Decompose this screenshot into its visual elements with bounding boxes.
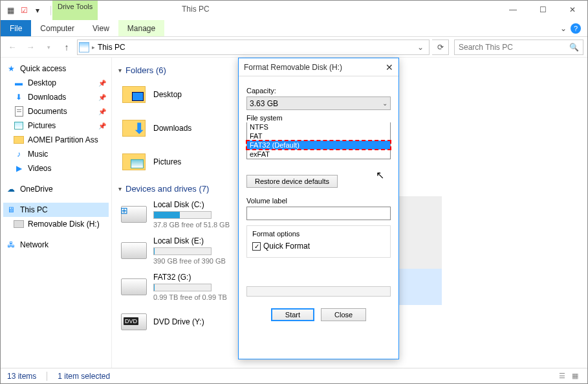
capacity-select[interactable]: 3.63 GB⌄ bbox=[246, 96, 391, 110]
status-bar: 13 items 1 item selected ☰▦ bbox=[1, 368, 587, 383]
tree-onedrive[interactable]: ☁OneDrive bbox=[3, 182, 109, 196]
capacity-bar bbox=[153, 211, 212, 219]
navigation-pane[interactable]: ★Quick access ▬Desktop📌 ⬇Downloads📌 Docu… bbox=[1, 58, 112, 381]
volume-label-input[interactable] bbox=[246, 207, 391, 220]
search-input[interactable] bbox=[459, 43, 579, 52]
cloud-icon: ☁ bbox=[6, 184, 16, 194]
chevron-down-icon: ⌄ bbox=[382, 100, 387, 107]
dialog-title: Format Removable Disk (H:) bbox=[244, 63, 342, 72]
details-view-icon[interactable]: ☰ bbox=[556, 370, 568, 381]
status-selection: 1 item selected bbox=[58, 372, 110, 381]
folder-icon bbox=[121, 115, 147, 141]
breadcrumb[interactable]: This PC bbox=[98, 43, 411, 52]
search-box[interactable]: 🔍 bbox=[454, 40, 583, 55]
pc-icon: 🖥 bbox=[6, 205, 16, 215]
view-switcher[interactable]: ☰▦ bbox=[556, 370, 581, 381]
drive-icon bbox=[14, 219, 24, 229]
drive-icon bbox=[121, 274, 147, 300]
option-fat[interactable]: FAT bbox=[247, 131, 390, 141]
drive-icon bbox=[121, 238, 147, 264]
format-dialog: Format Removable Disk (H:) ✕ Capacity: 3… bbox=[238, 58, 399, 359]
restore-defaults-button[interactable]: Restore device defaults bbox=[246, 175, 338, 188]
folder-icon bbox=[121, 82, 147, 107]
close-button[interactable]: Close bbox=[321, 308, 366, 321]
pin-icon: 📌 bbox=[98, 94, 106, 101]
volume-label-label: Volume label bbox=[246, 197, 391, 205]
tab-file[interactable]: File bbox=[1, 20, 31, 36]
capacity-bar bbox=[153, 247, 212, 255]
pin-icon: 📌 bbox=[98, 108, 106, 115]
video-icon: ▶ bbox=[14, 163, 24, 174]
ribbon-context-drive-tools: Drive Tools bbox=[52, 1, 98, 20]
quick-format-checkbox[interactable]: ✓Quick Format bbox=[252, 242, 385, 251]
tree-documents[interactable]: Documents📌 bbox=[3, 104, 109, 119]
star-icon: ★ bbox=[6, 63, 16, 74]
address-dropdown-icon[interactable]: ⌄ bbox=[413, 43, 428, 52]
tree-pictures[interactable]: Pictures📌 bbox=[3, 119, 109, 133]
up-button[interactable]: ↑ bbox=[59, 40, 74, 55]
tab-manage[interactable]: Manage bbox=[118, 20, 164, 36]
drive-icon: ⊞ bbox=[121, 201, 147, 227]
titlebar: ▦ ☑ ▾ │ Drive Tools This PC — ☐ ✕ bbox=[1, 1, 587, 20]
dialog-titlebar[interactable]: Format Removable Disk (H:) ✕ bbox=[239, 58, 398, 76]
start-button[interactable]: Start bbox=[271, 308, 314, 321]
minimize-button[interactable]: — bbox=[498, 1, 528, 19]
folder-icon bbox=[14, 135, 24, 145]
capacity-bar bbox=[153, 284, 212, 291]
tree-aomei[interactable]: AOMEI Partition Ass bbox=[3, 133, 109, 147]
tree-desktop[interactable]: ▬Desktop📌 bbox=[3, 76, 109, 90]
ribbon-expand-icon[interactable]: ⌄ bbox=[560, 24, 567, 33]
filesystem-dropdown[interactable]: NTFS FAT FAT32 (Default) exFAT bbox=[246, 122, 391, 159]
forward-button[interactable]: → bbox=[23, 40, 38, 55]
tree-network[interactable]: 🖧Network bbox=[3, 238, 109, 252]
folder-icon bbox=[121, 149, 147, 175]
checkbox-icon: ✓ bbox=[252, 242, 261, 251]
tab-computer[interactable]: Computer bbox=[31, 20, 83, 36]
ribbon: File Computer View Manage ⌄ ? bbox=[1, 20, 587, 37]
search-icon: 🔍 bbox=[569, 43, 579, 52]
breadcrumb-sep-icon[interactable]: ▸ bbox=[92, 44, 95, 51]
network-icon: 🖧 bbox=[6, 240, 16, 250]
tab-view[interactable]: View bbox=[83, 20, 118, 36]
recent-dropdown-icon[interactable]: ▾ bbox=[41, 40, 56, 55]
window-title: This PC bbox=[182, 5, 210, 14]
dialog-close-icon[interactable]: ✕ bbox=[386, 62, 393, 73]
dvd-icon bbox=[121, 309, 147, 335]
tree-music[interactable]: ♪Music bbox=[3, 147, 109, 161]
option-exfat[interactable]: exFAT bbox=[247, 150, 390, 159]
tree-this-pc[interactable]: 🖥This PC bbox=[3, 203, 109, 217]
tree-videos[interactable]: ▶Videos bbox=[3, 161, 109, 175]
tree-downloads[interactable]: ⬇Downloads📌 bbox=[3, 90, 109, 104]
picture-icon bbox=[14, 120, 24, 131]
format-options-group: Format options ✓Quick Format bbox=[246, 225, 391, 258]
back-button[interactable]: ← bbox=[5, 40, 20, 55]
tree-quick-access[interactable]: ★Quick access bbox=[3, 62, 109, 76]
pin-icon: 📌 bbox=[98, 122, 106, 130]
address-bar[interactable]: ▸ This PC ⌄ bbox=[77, 40, 430, 55]
pin-icon: 📌 bbox=[98, 80, 106, 87]
desktop-icon: ▬ bbox=[14, 78, 24, 88]
tree-removable-disk[interactable]: Removable Disk (H:) bbox=[3, 217, 109, 231]
music-icon: ♪ bbox=[14, 149, 24, 159]
option-ntfs[interactable]: NTFS bbox=[247, 122, 390, 131]
status-item-count: 13 items bbox=[7, 372, 36, 381]
navigation-bar: ← → ▾ ↑ ▸ This PC ⌄ ⟳ 🔍 bbox=[1, 37, 587, 58]
help-icon[interactable]: ? bbox=[571, 23, 581, 34]
document-icon bbox=[14, 106, 24, 117]
download-icon: ⬇ bbox=[14, 92, 24, 102]
format-progress-bar bbox=[246, 286, 391, 297]
format-options-label: Format options bbox=[252, 230, 385, 238]
close-button[interactable]: ✕ bbox=[558, 1, 587, 19]
filesystem-label: File system bbox=[246, 114, 391, 122]
capacity-label: Capacity: bbox=[246, 87, 391, 95]
maximize-button[interactable]: ☐ bbox=[528, 1, 558, 19]
window-controls: — ☐ ✕ bbox=[498, 1, 587, 19]
refresh-button[interactable]: ⟳ bbox=[432, 40, 449, 55]
option-fat32[interactable]: FAT32 (Default) bbox=[247, 141, 390, 150]
tiles-view-icon[interactable]: ▦ bbox=[569, 370, 581, 381]
pc-icon bbox=[79, 42, 89, 52]
